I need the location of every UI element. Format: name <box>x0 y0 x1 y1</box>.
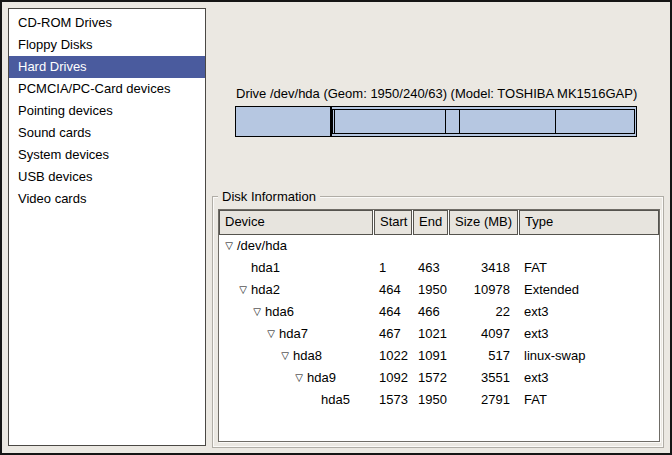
sidebar-item-floppy-disks[interactable]: Floppy Disks <box>9 34 205 56</box>
column-header-device[interactable]: Device <box>219 210 373 235</box>
device-label: hda7 <box>279 323 308 345</box>
partition-segment-hda1[interactable] <box>236 107 331 136</box>
device-label: hda8 <box>293 345 322 367</box>
partition-segment-hda9[interactable] <box>460 110 556 133</box>
expander-down-icon[interactable]: ▽ <box>263 323 279 345</box>
column-header-size[interactable]: Size (MB) <box>449 210 518 235</box>
size-cell: 10978 <box>449 279 518 301</box>
start-cell: 1573 <box>374 389 412 411</box>
start-cell: 1022 <box>374 345 412 367</box>
expander-down-icon[interactable]: ▽ <box>235 279 251 301</box>
type-cell: linux-swap <box>519 345 659 367</box>
end-cell: 1021 <box>413 323 448 345</box>
disk-information-frame-label: Disk Information <box>218 188 320 205</box>
partition-segment-hda5[interactable] <box>556 110 634 133</box>
partition-bar <box>235 106 637 137</box>
start-cell: 464 <box>374 301 412 323</box>
logical-partitions-area <box>332 109 635 134</box>
drive-title: Drive /dev/hda (Geom: 1950/240/63) (Mode… <box>236 86 637 101</box>
size-cell: 517 <box>449 345 518 367</box>
size-cell: 4097 <box>449 323 518 345</box>
sidebar-item-video-cards[interactable]: Video cards <box>9 188 205 210</box>
expander-down-icon[interactable]: ▽ <box>221 235 237 257</box>
table-row-hda9[interactable]: ▽ hda9 1092 1572 3551 ext3 <box>219 367 659 389</box>
start-cell: 464 <box>374 279 412 301</box>
start-cell: 467 <box>374 323 412 345</box>
table-row-hda5[interactable]: hda5 1573 1950 2791 FAT <box>219 389 659 411</box>
size-cell <box>449 235 518 257</box>
partition-segment-hda7[interactable] <box>335 110 446 133</box>
type-cell: Extended <box>519 279 659 301</box>
table-row-hda2[interactable]: ▽ hda2 464 1950 10978 Extended <box>219 279 659 301</box>
size-cell: 3551 <box>449 367 518 389</box>
partition-segment-hda8[interactable] <box>446 110 460 133</box>
type-cell: FAT <box>519 257 659 279</box>
end-cell <box>413 235 448 257</box>
start-cell: 1092 <box>374 367 412 389</box>
table-row-hda1[interactable]: hda1 1 463 3418 FAT <box>219 257 659 279</box>
device-label: hda6 <box>265 301 294 323</box>
end-cell: 1572 <box>413 367 448 389</box>
partition-segment-extended[interactable] <box>331 107 636 136</box>
column-header-start[interactable]: Start <box>374 210 412 235</box>
partition-table-header: Device Start End Size (MB) Type <box>219 210 659 235</box>
type-cell: ext3 <box>519 301 659 323</box>
table-row-hda7[interactable]: ▽ hda7 467 1021 4097 ext3 <box>219 323 659 345</box>
type-cell: FAT <box>519 389 659 411</box>
hardware-browser-window: CD-ROM Drives Floppy Disks Hard Drives P… <box>0 0 672 455</box>
disk-information-frame: Disk Information Device Start End Size (… <box>212 196 664 448</box>
partition-table: Device Start End Size (MB) Type ▽ /dev/h… <box>218 209 660 442</box>
expander-down-icon[interactable]: ▽ <box>291 367 307 389</box>
type-cell: ext3 <box>519 323 659 345</box>
start-cell: 1 <box>374 257 412 279</box>
sidebar-item-pcmcia-devices[interactable]: PCMCIA/PC-Card devices <box>9 78 205 100</box>
sidebar-item-usb-devices[interactable]: USB devices <box>9 166 205 188</box>
expander-down-icon[interactable]: ▽ <box>249 301 265 323</box>
sidebar-item-sound-cards[interactable]: Sound cards <box>9 122 205 144</box>
device-label: hda9 <box>307 367 336 389</box>
end-cell: 1950 <box>413 389 448 411</box>
device-label: hda2 <box>251 279 280 301</box>
end-cell: 466 <box>413 301 448 323</box>
column-header-end[interactable]: End <box>413 210 448 235</box>
end-cell: 1091 <box>413 345 448 367</box>
device-label: hda5 <box>321 389 350 411</box>
sidebar-item-pointing-devices[interactable]: Pointing devices <box>9 100 205 122</box>
start-cell <box>374 235 412 257</box>
device-category-list: CD-ROM Drives Floppy Disks Hard Drives P… <box>8 8 206 446</box>
expander-down-icon[interactable]: ▽ <box>277 345 293 367</box>
end-cell: 1950 <box>413 279 448 301</box>
end-cell: 463 <box>413 257 448 279</box>
device-label: hda1 <box>251 257 280 279</box>
type-cell: ext3 <box>519 367 659 389</box>
column-header-type[interactable]: Type <box>519 210 659 235</box>
size-cell: 22 <box>449 301 518 323</box>
sidebar-item-cdrom-drives[interactable]: CD-ROM Drives <box>9 12 205 34</box>
sidebar-item-system-devices[interactable]: System devices <box>9 144 205 166</box>
table-row-hda6[interactable]: ▽ hda6 464 466 22 ext3 <box>219 301 659 323</box>
type-cell <box>519 235 659 257</box>
table-row-dev-hda[interactable]: ▽ /dev/hda <box>219 235 659 257</box>
table-row-hda8[interactable]: ▽ hda8 1022 1091 517 linux-swap <box>219 345 659 367</box>
device-label: /dev/hda <box>237 235 287 257</box>
size-cell: 3418 <box>449 257 518 279</box>
sidebar-item-hard-drives[interactable]: Hard Drives <box>9 56 205 78</box>
size-cell: 2791 <box>449 389 518 411</box>
